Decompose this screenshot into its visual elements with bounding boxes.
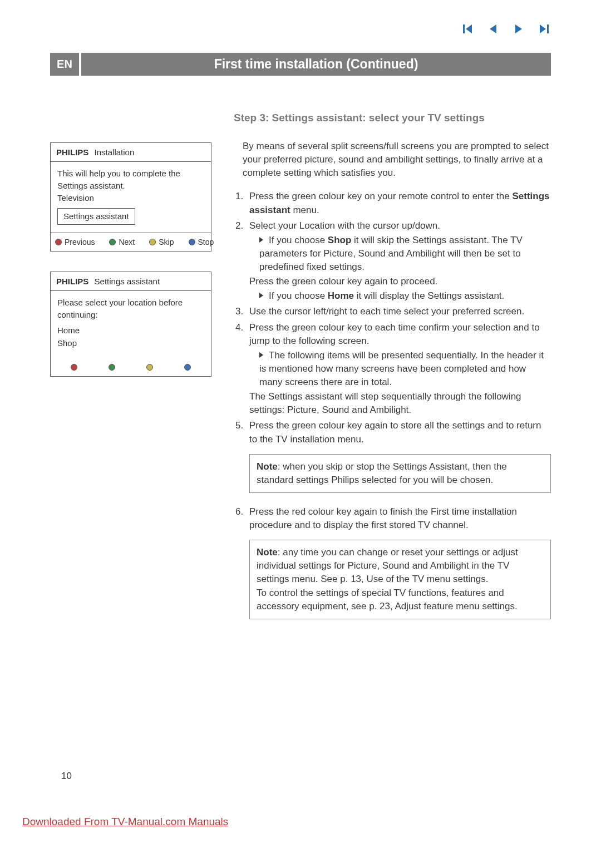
note-text: : any time you can change or reset your … <box>257 547 518 584</box>
pdf-nav-bar <box>461 22 551 38</box>
osd-option-home: Home <box>57 324 204 337</box>
title-bar: EN First time installation (Continued) <box>50 53 551 76</box>
osd-body: This will help you to complete the Setti… <box>51 162 211 233</box>
text: Press the green colour key to each time … <box>249 322 540 346</box>
nav-last-icon[interactable] <box>538 22 551 38</box>
osd-highlighted-item: Settings assistant <box>57 208 135 225</box>
blue-dot-icon <box>189 239 195 245</box>
note-text: To control the settings of special TV fu… <box>257 586 544 613</box>
list-item-6: Press the red colour key again to finish… <box>246 505 551 532</box>
osd-body: Please select your location before conti… <box>51 291 211 358</box>
osd-header: PHILIPS Installation <box>51 143 211 162</box>
osd-colour-key-row: Previous Next Skip Stop <box>51 233 211 251</box>
instruction-list: Press the green colour key on your remot… <box>234 190 551 446</box>
note-box: Note: when you skip or stop the Settings… <box>249 454 551 493</box>
yellow-dot-icon <box>149 239 156 245</box>
list-item-4: Press the green colour key to each time … <box>246 321 551 417</box>
text: If you choose <box>269 290 328 301</box>
triangle-bullet-icon <box>259 293 263 298</box>
osd-header: PHILIPS Settings assistant <box>51 272 211 291</box>
osd-title: Settings assistant <box>95 277 160 286</box>
green-dot-icon <box>109 239 116 245</box>
text: The following items will be presented se… <box>259 350 544 387</box>
note-label: Note <box>257 461 278 472</box>
footer-source-link[interactable]: Downloaded From TV-Manual.com Manuals <box>22 816 228 828</box>
step-heading: Step 3: Settings assistant: select your … <box>234 112 551 124</box>
text: Select your Location with the cursor up/… <box>249 220 440 231</box>
bold-text: Shop <box>328 235 352 245</box>
nav-prev-icon[interactable] <box>486 22 500 38</box>
green-key-label: Next <box>119 238 135 246</box>
diagrams-column: PHILIPS Installation This will help you … <box>50 112 211 632</box>
yellow-key-label: Skip <box>159 238 174 246</box>
osd-title: Installation <box>95 147 135 157</box>
nav-next-icon[interactable] <box>512 22 525 38</box>
manual-page: EN First time installation (Continued) P… <box>0 0 601 868</box>
green-dot-icon <box>109 364 115 371</box>
osd-settings-assistant-box: PHILIPS Settings assistant Please select… <box>50 272 211 377</box>
list-item-5: Press the green colour key again to stor… <box>246 419 551 446</box>
text: menu. <box>290 205 319 215</box>
red-dot-icon <box>55 239 62 245</box>
text: Press the green colour key on your remot… <box>249 191 512 201</box>
list-item-1: Press the green colour key on your remot… <box>246 190 551 216</box>
osd-option-list: Home Shop <box>57 324 204 350</box>
page-number: 10 <box>61 771 72 782</box>
osd-brand: PHILIPS <box>56 147 88 157</box>
red-key-label: Previous <box>65 238 95 246</box>
note-label: Note <box>257 547 278 558</box>
bold-text: Home <box>328 290 354 301</box>
triangle-bullet-icon <box>259 352 263 358</box>
osd-installation-box: PHILIPS Installation This will help you … <box>50 142 211 251</box>
osd-text-line: Television <box>57 192 204 204</box>
note-text: : when you skip or stop the Settings Ass… <box>257 461 507 485</box>
blue-dot-icon <box>184 364 191 371</box>
sublist: If you choose Home it will display the S… <box>259 289 551 303</box>
sublist: The following items will be presented se… <box>259 349 551 389</box>
list-item-3: Use the cursor left/right to each time s… <box>246 305 551 318</box>
continuation-text: The Settings assistant will step sequent… <box>249 390 551 417</box>
red-dot-icon <box>71 364 77 371</box>
osd-brand: PHILIPS <box>56 277 88 286</box>
continuation-text: Press the green colour key again to proc… <box>249 275 551 288</box>
sublist: If you choose Shop it will skip the Sett… <box>259 234 551 274</box>
nav-first-icon[interactable] <box>461 22 474 38</box>
sub-item: If you choose Shop it will skip the Sett… <box>259 234 551 274</box>
list-item-2: Select your Location with the cursor up/… <box>246 219 551 303</box>
text: it will display the Settings assistant. <box>354 290 504 301</box>
yellow-dot-icon <box>146 364 153 371</box>
triangle-bullet-icon <box>259 237 263 243</box>
osd-colour-key-row <box>51 358 211 376</box>
note-box: Note: any time you can change or reset y… <box>249 540 551 619</box>
text-column: Step 3: Settings assistant: select your … <box>234 112 551 632</box>
sub-item: The following items will be presented se… <box>259 349 551 389</box>
page-title: First time installation (Continued) <box>81 53 551 76</box>
osd-prompt: Please select your location before conti… <box>57 297 204 321</box>
instruction-list-cont: Press the red colour key again to finish… <box>234 505 551 532</box>
osd-option-shop: Shop <box>57 337 204 349</box>
content-area: PHILIPS Installation This will help you … <box>50 112 551 632</box>
intro-paragraph: By means of several split screens/full s… <box>243 140 551 180</box>
sub-item: If you choose Home it will display the S… <box>259 289 551 303</box>
language-badge: EN <box>50 53 81 76</box>
blue-key-label: Stop <box>198 238 214 246</box>
text: If you choose <box>269 235 328 245</box>
osd-text-line: This will help you to complete the Setti… <box>57 167 204 192</box>
